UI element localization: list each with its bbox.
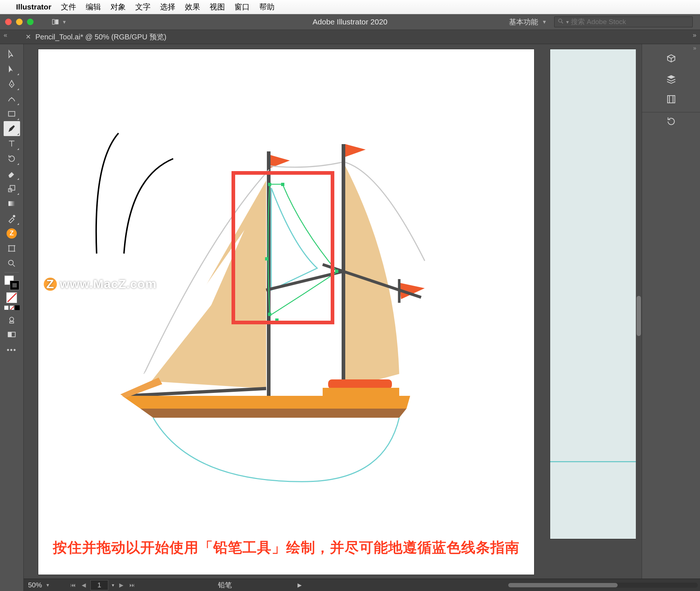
- collapse-right-icon[interactable]: »: [693, 45, 696, 51]
- rotate-tool[interactable]: [4, 151, 20, 166]
- svg-rect-10: [9, 246, 14, 251]
- menu-window[interactable]: 窗口: [234, 2, 250, 12]
- chevron-down-icon[interactable]: ▼: [111, 583, 115, 587]
- type-tool[interactable]: [4, 136, 20, 151]
- artboard-tool[interactable]: [4, 241, 20, 256]
- chevron-down-icon: ▼: [62, 19, 67, 25]
- menu-object[interactable]: 对象: [110, 2, 126, 12]
- svg-rect-5: [8, 111, 15, 116]
- tutorial-highlight-rect: [232, 171, 334, 324]
- selection-tool[interactable]: [4, 46, 20, 61]
- svg-rect-15: [8, 332, 12, 337]
- no-fill-swatch[interactable]: [6, 292, 17, 303]
- svg-marker-19: [345, 144, 366, 157]
- svg-rect-8: [8, 201, 15, 206]
- watermark-text: Zwww.MacZ.com: [44, 277, 157, 291]
- svg-rect-40: [335, 270, 338, 273]
- zoom-level-dropdown[interactable]: 50% ▼: [24, 581, 64, 589]
- traffic-lights: [5, 19, 34, 25]
- chevron-down-icon: ▼: [542, 19, 547, 25]
- scrollbar-thumb[interactable]: [508, 583, 618, 587]
- first-artboard-button[interactable]: ⏮: [69, 582, 77, 588]
- window-titlebar: ▼ Adobe Illustrator 2020 基本功能 ▼ ▾: [0, 14, 700, 30]
- arrange-documents-button[interactable]: ▼: [52, 18, 67, 26]
- 3d-icon[interactable]: [666, 53, 677, 65]
- svg-marker-32: [122, 396, 410, 409]
- menu-view[interactable]: 视图: [210, 2, 225, 12]
- rectangle-tool[interactable]: [4, 106, 20, 121]
- layers-icon[interactable]: [666, 73, 677, 86]
- artboard-navigator: ⏮ ◀ 1 ▼ ▶ ⏭: [64, 580, 141, 590]
- svg-rect-13: [10, 321, 14, 323]
- svg-rect-0: [52, 19, 55, 24]
- screen-mode-button[interactable]: [4, 327, 20, 342]
- workspace-switcher[interactable]: 基本功能 ▼: [509, 17, 547, 27]
- collapse-left-icon[interactable]: «: [4, 31, 7, 39]
- right-panel-dock: »: [642, 44, 700, 591]
- horizon-line: [550, 461, 637, 462]
- stock-search-field[interactable]: ▾: [554, 16, 693, 27]
- menu-help[interactable]: 帮助: [259, 2, 275, 12]
- close-icon[interactable]: ✕: [26, 33, 31, 41]
- collapse-right-icon[interactable]: »: [693, 31, 696, 39]
- chevron-down-icon: ▾: [566, 19, 569, 25]
- macz-logo-icon: Z: [44, 278, 57, 291]
- pencil-tool[interactable]: [4, 121, 20, 136]
- svg-point-2: [559, 19, 562, 22]
- draw-mode-button[interactable]: [4, 312, 20, 327]
- gradient-tool[interactable]: [4, 196, 20, 211]
- menu-effect[interactable]: 效果: [185, 2, 200, 12]
- curvature-tool[interactable]: [4, 91, 20, 106]
- instruction-text: 按住并拖动以开始使用「铅笔工具」绘制，并尽可能地遵循蓝色线条指南: [53, 538, 590, 557]
- last-artboard-button[interactable]: ⏭: [128, 582, 136, 588]
- scale-tool[interactable]: [4, 181, 20, 196]
- eraser-tool[interactable]: [4, 166, 20, 181]
- menu-select[interactable]: 选择: [160, 2, 175, 12]
- document-tab-label: Pencil_Tool.ai* @ 50% (RGB/GPU 预览): [35, 32, 166, 42]
- scrollbar-thumb[interactable]: [637, 296, 641, 336]
- svg-point-12: [10, 317, 14, 321]
- svg-point-9: [13, 215, 15, 217]
- search-icon: [557, 18, 564, 26]
- workspace-label: 基本功能: [509, 17, 538, 27]
- zoom-tool[interactable]: [4, 256, 20, 271]
- svg-rect-6: [10, 185, 15, 190]
- menu-type[interactable]: 文字: [135, 2, 151, 12]
- vertical-scrollbar[interactable]: [636, 44, 642, 579]
- svg-point-4: [11, 97, 12, 98]
- eyedropper-tool[interactable]: [4, 211, 20, 226]
- canvas-viewport[interactable]: Zwww.MacZ.com 按住并拖动以开始使用「铅笔工具」绘制，并尽可能地遵循…: [24, 44, 637, 579]
- appearance-refresh-icon[interactable]: [666, 116, 677, 128]
- minimize-window-button[interactable]: [16, 19, 23, 25]
- prev-artboard-button[interactable]: ◀: [80, 582, 88, 588]
- menu-edit[interactable]: 编辑: [86, 2, 101, 12]
- edit-toolbar-button[interactable]: •••: [7, 346, 16, 354]
- svg-rect-42: [669, 96, 673, 103]
- svg-point-11: [8, 260, 13, 265]
- artboard-2[interactable]: [550, 49, 637, 539]
- status-play-icon[interactable]: ▶: [298, 582, 302, 588]
- color-mode-swatches[interactable]: [4, 305, 20, 310]
- stock-search-input[interactable]: [571, 18, 689, 26]
- pen-tool[interactable]: [4, 76, 20, 91]
- freehand-strokes: [89, 130, 184, 261]
- svg-marker-33: [140, 409, 407, 418]
- app-name[interactable]: Illustrator: [16, 3, 51, 11]
- mac-menubar: Illustrator 文件 编辑 对象 文字 选择 效果 视图 窗口 帮助: [0, 0, 700, 14]
- direct-selection-tool[interactable]: [4, 61, 20, 76]
- horizontal-scrollbar[interactable]: [508, 583, 698, 588]
- document-tab[interactable]: ✕ Pencil_Tool.ai* @ 50% (RGB/GPU 预览): [26, 32, 166, 42]
- canvas-area: Zwww.MacZ.com 按住并拖动以开始使用「铅笔工具」绘制，并尽可能地遵循…: [24, 44, 642, 591]
- artboard-number-field[interactable]: 1: [90, 580, 108, 590]
- close-window-button[interactable]: [5, 19, 12, 25]
- svg-rect-41: [668, 96, 675, 103]
- svg-point-3: [11, 84, 12, 85]
- libraries-icon[interactable]: [666, 94, 677, 106]
- window-title: Adobe Illustrator 2020: [312, 18, 387, 26]
- chevron-down-icon: ▼: [46, 583, 50, 588]
- next-artboard-button[interactable]: ▶: [118, 582, 125, 588]
- fill-stroke-swatch[interactable]: [4, 275, 20, 291]
- menu-file[interactable]: 文件: [61, 2, 76, 12]
- toolbar-divider: [4, 272, 19, 273]
- zoom-window-button[interactable]: [27, 19, 34, 25]
